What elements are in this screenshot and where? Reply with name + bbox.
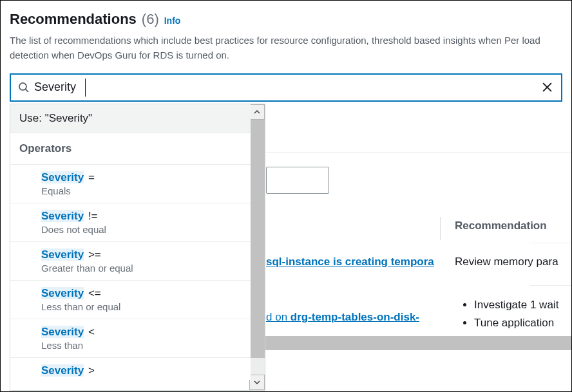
search-box[interactable] xyxy=(10,73,562,102)
page-title: Recommendations xyxy=(10,11,137,28)
text-caret xyxy=(85,79,86,97)
search-suggestions-dropdown: Use: "Severity" Operators Severity = Equ… xyxy=(10,104,265,391)
list-item: Investigate 1 wait xyxy=(474,299,558,312)
operator-equals[interactable]: Severity = Equals xyxy=(10,165,251,203)
dropdown-scroll-up[interactable] xyxy=(249,104,265,120)
recommendation-cell-row2: Investigate 1 wait Tune application xyxy=(474,299,558,335)
operator-gt[interactable]: Severity > xyxy=(10,358,251,380)
recommendations-panel: Recommendations (6) Info The list of rec… xyxy=(1,1,571,102)
search-icon xyxy=(17,82,29,93)
dropdown-scroll-down[interactable] xyxy=(249,375,265,390)
detection-link-row1[interactable]: sql-instance is creating tempora xyxy=(266,256,434,268)
operator-lte[interactable]: Severity <= Less than or equal xyxy=(10,281,251,319)
svg-line-1 xyxy=(25,89,28,92)
svg-point-0 xyxy=(19,83,26,90)
panel-description: The list of recommendations which includ… xyxy=(1,30,571,73)
sort-input[interactable] xyxy=(266,167,329,194)
operator-gte[interactable]: Severity >= Greater than or equal xyxy=(10,242,251,281)
search-wrapper xyxy=(10,73,562,102)
detection-link-row2[interactable]: d on drg-temp-tables-on-disk- xyxy=(266,311,419,324)
content-behind-dropdown: sql-instance is creating tempora d on dr… xyxy=(265,104,571,153)
panel-header: Recommendations (6) Info xyxy=(1,11,571,30)
operator-not-equals[interactable]: Severity != Does not equal xyxy=(10,203,251,242)
filter-area xyxy=(265,104,571,153)
row-divider xyxy=(530,243,571,243)
horizontal-scrollbar[interactable] xyxy=(265,336,571,350)
operator-lt[interactable]: Severity < Less than xyxy=(10,319,251,358)
row-divider xyxy=(530,285,571,286)
use-literal-option[interactable]: Use: "Severity" xyxy=(10,104,251,133)
operators-section-header: Operators xyxy=(10,133,251,165)
list-item: Tune application xyxy=(474,317,558,330)
info-link[interactable]: Info xyxy=(164,15,181,26)
item-count: (6) xyxy=(142,11,159,28)
dropdown-scrollbar-thumb[interactable] xyxy=(249,120,265,358)
recommendation-cell-row1: Review memory para xyxy=(455,256,558,268)
clear-search-button[interactable] xyxy=(538,79,556,97)
search-input[interactable] xyxy=(29,80,538,94)
recommendation-column-header[interactable]: Recommendation xyxy=(455,219,547,232)
column-divider xyxy=(440,217,441,240)
